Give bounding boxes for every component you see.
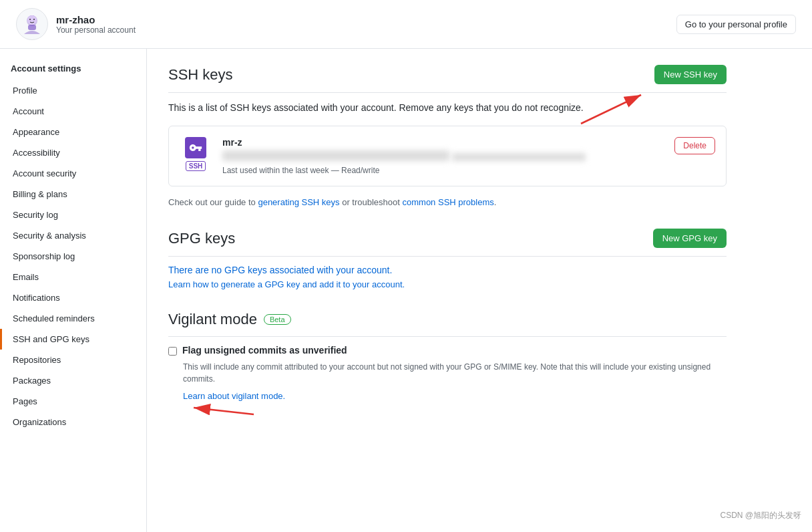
sidebar-heading: Account settings (0, 59, 146, 80)
generating-ssh-keys-link[interactable]: generating SSH keys (258, 197, 339, 207)
top-bar: mr-zhao Your personal account Go to your… (0, 0, 812, 49)
vigilant-section-header: Vigilant mode Beta (168, 311, 727, 337)
vigilant-section-title: Vigilant mode (168, 311, 257, 328)
vigilant-checkbox-label[interactable]: Flag unsigned commits as unverified (182, 345, 347, 356)
sidebar-item-packages[interactable]: Packages (0, 370, 146, 391)
sidebar-item-pages[interactable]: Pages (0, 391, 146, 412)
vigilant-title-row: Vigilant mode Beta (168, 311, 291, 328)
ssh-section-title: SSH keys (168, 66, 233, 84)
ssh-guide-text: Check out our guide to generating SSH ke… (168, 197, 727, 207)
ssh-section-header: SSH keys New SSH key (168, 65, 727, 93)
gpg-empty-message: There are no GPG keys associated with yo… (168, 265, 727, 275)
avatar (16, 8, 48, 40)
page-layout: Account settings Profile Account Appeara… (0, 49, 812, 532)
sidebar-item-profile[interactable]: Profile (0, 80, 146, 101)
account-subtitle: Your personal account (56, 25, 136, 35)
sidebar-item-scheduled-reminders[interactable]: Scheduled reminders (0, 308, 146, 329)
gpg-section-title: GPG keys (168, 230, 235, 247)
sidebar-item-account-security[interactable]: Account security (0, 163, 146, 184)
username: mr-zhao (56, 14, 136, 25)
sidebar-item-accessibility[interactable]: Accessibility (0, 142, 146, 163)
vigilant-checkbox[interactable] (168, 347, 177, 356)
sidebar-item-emails[interactable]: Emails (0, 267, 146, 287)
vigilant-checkbox-row: Flag unsigned commits as unverified (168, 345, 727, 356)
ssh-info-text: This is a list of SSH keys associated wi… (168, 101, 727, 115)
common-ssh-problems-link[interactable]: common SSH problems (403, 197, 494, 207)
delete-key-button[interactable]: Delete (674, 137, 715, 154)
sidebar-item-notifications[interactable]: Notifications (0, 287, 146, 308)
new-gpg-key-button[interactable]: New GPG key (653, 229, 727, 248)
user-info: mr-zhao Your personal account (56, 14, 136, 35)
sidebar-item-security-analysis[interactable]: Security & analysis (0, 225, 146, 246)
sidebar: Account settings Profile Account Appeara… (0, 49, 147, 532)
sidebar-item-account[interactable]: Account (0, 101, 146, 122)
gpg-section-header: GPG keys New GPG key (168, 229, 727, 257)
sidebar-item-security-log[interactable]: Security log (0, 205, 146, 225)
svg-point-3 (27, 15, 37, 25)
gpg-learn-text: Learn how to generate a GPG key and add … (168, 279, 727, 289)
key-icon: SSH (180, 137, 212, 171)
sidebar-item-ssh-gpg-keys[interactable]: SSH and GPG keys (0, 329, 146, 350)
key-hash (452, 153, 586, 161)
generate-gpg-key-link[interactable]: generate a GPG key and add it to your ac… (221, 279, 403, 289)
svg-rect-6 (28, 25, 36, 30)
new-ssh-key-button[interactable]: New SSH key (654, 65, 727, 84)
sidebar-item-sponsorship-log[interactable]: Sponsorship log (0, 246, 146, 267)
sidebar-item-billing[interactable]: Billing & plans (0, 184, 146, 205)
svg-point-5 (33, 19, 35, 20)
user-info-section: mr-zhao Your personal account (16, 8, 136, 40)
key-symbol-icon (185, 137, 206, 158)
vigilant-mode-section: Vigilant mode Beta Flag unsigned commits… (168, 311, 727, 401)
key-name: mr-z (222, 137, 664, 148)
key-fingerprint (222, 150, 449, 161)
main-content: SSH keys New SSH key This is a list of S… (147, 49, 748, 532)
key-type-badge: SSH (186, 161, 206, 171)
vigilant-checkbox-description: This will include any commit attributed … (183, 361, 727, 385)
sidebar-item-appearance[interactable]: Appearance (0, 122, 146, 142)
beta-badge: Beta (264, 314, 291, 325)
key-last-used: Last used within the last week — Read/wr… (222, 166, 664, 175)
sidebar-item-organizations[interactable]: Organizations (0, 412, 146, 432)
sidebar-item-repositories[interactable]: Repositories (0, 350, 146, 370)
key-details: mr-z Last used within the last week — Re… (222, 137, 664, 175)
learn-vigilant-mode-link[interactable]: Learn about vigilant mode. (183, 391, 285, 401)
ssh-key-card: SSH mr-z Last used within the last week … (168, 126, 727, 186)
go-to-profile-button[interactable]: Go to your personal profile (676, 15, 796, 34)
svg-point-4 (29, 19, 31, 20)
